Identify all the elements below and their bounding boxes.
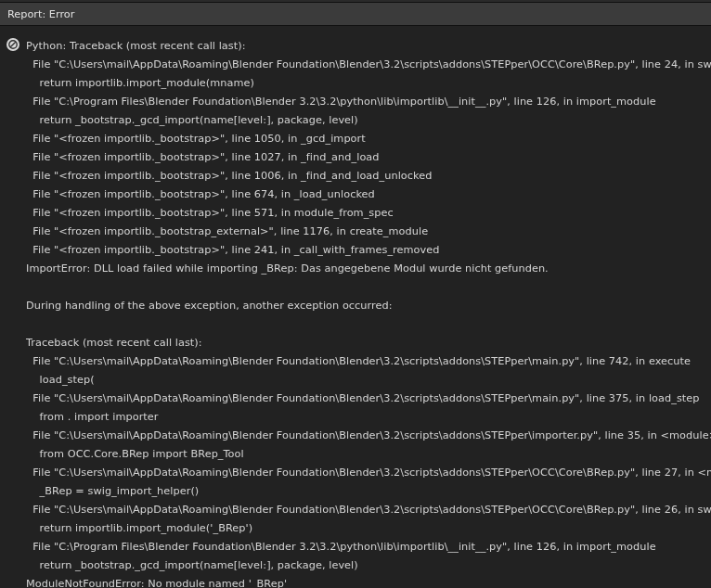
error-cancel-icon: [6, 38, 19, 51]
svg-line-1: [10, 42, 16, 47]
error-icon-cell: [0, 37, 26, 51]
error-entry: Python: Traceback (most recent call last…: [0, 37, 711, 588]
traceback-text: Python: Traceback (most recent call last…: [26, 37, 711, 588]
report-header: Report: Error: [0, 3, 711, 26]
report-title: Report: Error: [7, 8, 74, 20]
report-body: Python: Traceback (most recent call last…: [0, 26, 711, 588]
